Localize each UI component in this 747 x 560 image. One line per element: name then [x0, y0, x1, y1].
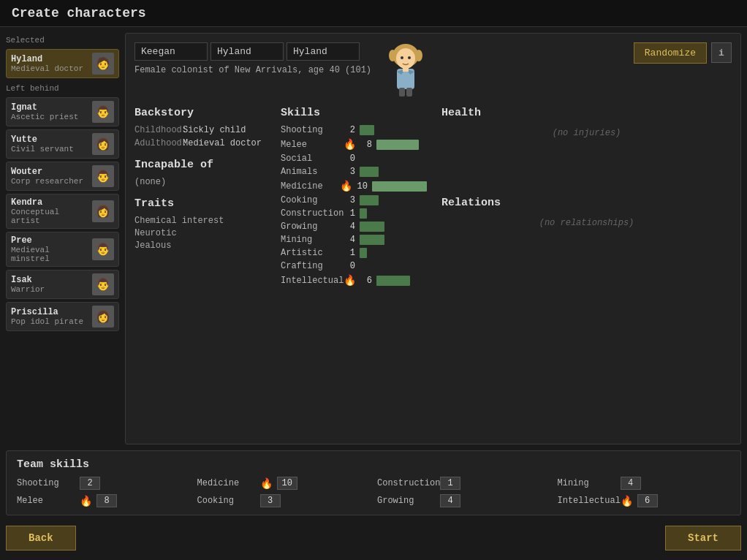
last-name-input[interactable]: [211, 42, 284, 61]
char-role: Pop idol pirate: [11, 317, 88, 326]
svg-rect-9: [406, 88, 412, 97]
char-role: Medieval doctor: [11, 64, 88, 73]
skill-mining: Mining 4: [281, 235, 427, 245]
trait-chemical: Chemical interest: [134, 216, 266, 226]
left-behind-wouter[interactable]: Wouter Corp researcher 👨: [6, 162, 119, 191]
svg-point-3: [415, 50, 422, 61]
svg-point-5: [408, 56, 411, 59]
skill-social: Social 0: [281, 154, 427, 164]
avatar: 👩: [92, 200, 114, 222]
char-role: Civil servant: [11, 145, 88, 154]
footer: Back Start: [0, 521, 747, 555]
skill-medicine: Medicine 🔥 10: [281, 180, 427, 192]
avatar: 👨: [92, 101, 114, 123]
left-behind-ignat[interactable]: Ignat Ascetic priest 👨: [6, 97, 119, 126]
team-skill-shooting: Shooting 2: [17, 477, 190, 490]
skill-artistic: Artistic 1: [281, 248, 427, 258]
avatar: 👩: [92, 306, 114, 328]
char-name: Wouter: [11, 167, 88, 177]
health-status: (no injuries): [441, 128, 732, 138]
char-name: Ignat: [11, 102, 88, 113]
char-role: Warrior: [11, 285, 88, 294]
relations-status: (no relationships): [441, 218, 732, 228]
char-description: Female colonist of New Arrivals, age 40 …: [134, 65, 371, 75]
skill-cooking: Cooking 3: [281, 195, 427, 205]
left-behind-yutte[interactable]: Yutte Civil servant 👩: [6, 129, 119, 159]
team-skill-medicine: Medicine 🔥 10: [197, 477, 371, 490]
passion-fire-team-intellectual: 🔥: [621, 495, 633, 507]
char-name: Yutte: [11, 135, 88, 145]
info-button[interactable]: i: [711, 42, 732, 63]
team-skills-title: Team skills: [17, 458, 730, 471]
health-title: Health: [441, 107, 732, 119]
trait-jealous: Jealous: [134, 241, 266, 251]
char-role: Conceptual artist: [11, 208, 88, 225]
char-role: Ascetic priest: [11, 113, 88, 121]
left-behind-label: Left behind: [6, 84, 119, 93]
passion-fire-melee: 🔥: [344, 138, 356, 151]
adulthood-value: Medieval doctor: [183, 138, 262, 148]
team-skill-intellectual: Intellectual 🔥 6: [558, 494, 731, 507]
incapable-title: Incapable of: [134, 159, 266, 171]
skill-animals: Animals 3: [281, 167, 427, 177]
passion-fire-medicine: 🔥: [340, 180, 352, 192]
skill-melee: Melee 🔥 8: [281, 138, 427, 151]
team-skills-panel: Team skills Shooting 2 Medicine 🔥 10 Con…: [6, 450, 741, 515]
avatar: 👨: [92, 273, 114, 295]
childhood-label: Childhood:: [134, 125, 178, 135]
char-name: Priscilla: [11, 307, 88, 317]
skill-construction: Construction 1: [281, 208, 427, 219]
traits-title: Traits: [134, 197, 266, 210]
team-skill-growing: Growing 4: [377, 494, 550, 507]
avatar: 👩: [92, 133, 114, 155]
skill-crafting: Crafting 0: [281, 261, 427, 271]
backstory-title: Backstory: [134, 107, 266, 119]
adulthood-label: Adulthood:: [134, 138, 178, 148]
svg-rect-7: [403, 67, 409, 72]
nick-name-input[interactable]: [287, 42, 360, 61]
avatar: 👨: [92, 238, 114, 260]
svg-point-4: [401, 56, 403, 59]
passion-fire-intellectual: 🔥: [344, 274, 356, 287]
team-skill-cooking: Cooking 3: [197, 494, 371, 507]
avatar: 👨: [92, 165, 114, 187]
left-behind-pree[interactable]: Pree Medieval minstrel 👨: [6, 232, 119, 267]
skill-shooting: Shooting 2: [281, 125, 427, 135]
skill-intellectual: Intellectual 🔥 6: [281, 274, 427, 287]
left-behind-kendra[interactable]: Kendra Conceptual artist 👩: [6, 194, 119, 229]
childhood-value: Sickly child: [183, 125, 246, 135]
char-name: Kendra: [11, 197, 88, 208]
char-role: Corp researcher: [11, 177, 88, 186]
relations-title: Relations: [441, 197, 732, 209]
svg-point-2: [389, 50, 396, 61]
team-skill-melee: Melee 🔥 8: [17, 494, 190, 507]
char-role: Medieval minstrel: [11, 246, 88, 263]
char-name: Isak: [11, 275, 88, 285]
character-sprite: [380, 42, 431, 101]
first-name-input[interactable]: [134, 42, 208, 61]
svg-point-1: [396, 48, 415, 69]
main-panel: Female colonist of New Arrivals, age 40 …: [125, 33, 741, 444]
avatar: 🧑: [92, 53, 114, 75]
team-skill-mining: Mining 4: [558, 477, 731, 490]
incapable-value: (none): [134, 177, 266, 187]
back-button[interactable]: Back: [6, 526, 76, 550]
sidebar: Selected Hyland Medieval doctor 🧑 Left b…: [6, 33, 119, 444]
passion-fire-team-melee: 🔥: [80, 495, 92, 507]
selected-character-hyland[interactable]: Hyland Medieval doctor 🧑: [6, 49, 119, 78]
start-button[interactable]: Start: [665, 526, 741, 550]
left-behind-priscilla[interactable]: Priscilla Pop idol pirate 👩: [6, 302, 119, 331]
skills-title: Skills: [281, 107, 427, 119]
trait-neurotic: Neurotic: [134, 228, 266, 238]
char-name: Pree: [11, 235, 88, 246]
selected-label: Selected: [6, 36, 119, 45]
team-skill-construction: Construction 1: [377, 477, 550, 490]
char-name: Hyland: [11, 54, 88, 64]
passion-fire-team-medicine: 🔥: [260, 477, 273, 490]
left-behind-isak[interactable]: Isak Warrior 👨: [6, 270, 119, 299]
randomize-button[interactable]: Randomize: [634, 42, 707, 64]
page-title: Create characters: [12, 6, 146, 20]
skill-growing: Growing 4: [281, 222, 427, 232]
svg-rect-8: [399, 88, 405, 97]
